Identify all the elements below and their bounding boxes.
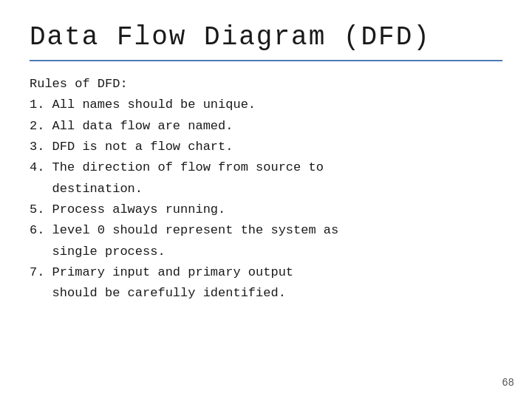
content-line-9: 7. Primary input and primary output	[30, 263, 502, 282]
content-line-2: 2. All data flow are named.	[30, 117, 502, 136]
title-divider	[30, 60, 502, 61]
content-line-6: 5. Process always running.	[30, 200, 502, 219]
content-line-3: 3. DFD is not a flow chart.	[30, 137, 502, 157]
content-line-1: 1. All names should be unique.	[30, 95, 502, 115]
content-line-7: 6. level 0 should represent the system a…	[30, 221, 502, 240]
content-line-4: 4. The direction of flow from source to	[30, 158, 502, 177]
slide-content: Rules of DFD: 1. All names should be uni…	[30, 75, 502, 304]
content-line-8: single process.	[30, 242, 502, 262]
content-line-10: should be carefully identified.	[30, 284, 502, 303]
slide-title: Data Flow Diagram (DFD)	[30, 22, 502, 52]
page-number: 68	[502, 377, 514, 389]
slide: Data Flow Diagram (DFD) Rules of DFD: 1.…	[0, 0, 532, 399]
content-line-5: destination.	[30, 180, 502, 199]
content-line-0: Rules of DFD:	[30, 75, 502, 94]
